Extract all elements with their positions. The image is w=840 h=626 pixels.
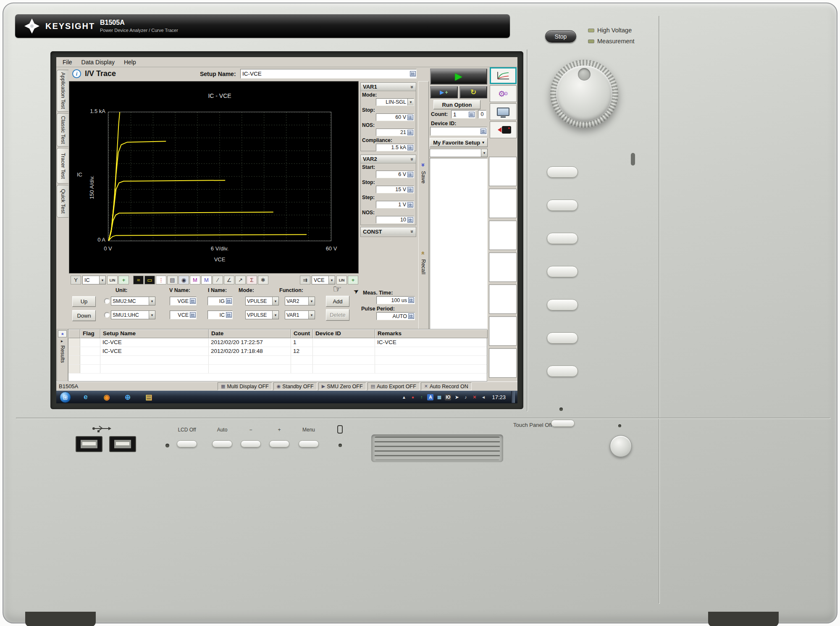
mode-select-row1[interactable]: VPULSE▾ bbox=[245, 297, 279, 305]
dropdown-arrow-icon[interactable]: ▾ bbox=[308, 297, 315, 305]
tray-icon-3[interactable]: ↑ bbox=[418, 394, 425, 400]
softkey-label-6[interactable] bbox=[489, 316, 517, 346]
front-button-auto[interactable] bbox=[212, 440, 232, 447]
dropdown-arrow-icon[interactable]: ▾ bbox=[99, 276, 105, 284]
tray-icon-9[interactable]: ✕ bbox=[471, 394, 478, 400]
collapse-icon[interactable]: » bbox=[410, 230, 415, 233]
dropdown-arrow-icon[interactable]: ▾ bbox=[308, 311, 315, 319]
menu-item-file[interactable]: File bbox=[58, 58, 77, 67]
append-run-button[interactable]: ▶+ bbox=[430, 86, 458, 98]
tab-classic-test[interactable]: Classic Test bbox=[57, 113, 68, 147]
front-button-3[interactable] bbox=[241, 440, 261, 447]
mode-select-row2[interactable]: VPULSE▾ bbox=[245, 310, 279, 319]
menu-item-data-display[interactable]: Data Display bbox=[77, 58, 119, 67]
row-selector[interactable] bbox=[68, 338, 80, 347]
softkey-button-1[interactable] bbox=[547, 166, 578, 178]
power-button[interactable] bbox=[610, 435, 632, 457]
media-player-icon[interactable]: ◉ bbox=[102, 393, 112, 402]
row-selector[interactable] bbox=[68, 356, 80, 364]
v-name-field-row2[interactable]: VCE bbox=[170, 310, 197, 319]
softkey-label-1[interactable] bbox=[489, 157, 517, 186]
column-header-remarks[interactable]: Remarks bbox=[375, 329, 488, 338]
usb-port-2[interactable] bbox=[109, 436, 136, 452]
keypad-icon[interactable] bbox=[408, 313, 414, 319]
axis-x-setup-icon[interactable]: ⇉ bbox=[300, 276, 310, 284]
keypad-icon[interactable] bbox=[226, 312, 232, 318]
keypad-icon[interactable] bbox=[408, 297, 414, 303]
dropdown-arrow-icon[interactable]: ▾ bbox=[149, 297, 155, 305]
table-row[interactable]: IC-VCE2012/02/20 17:18:4812 bbox=[68, 347, 487, 356]
plot-area[interactable] bbox=[108, 112, 331, 241]
softkey-label-5[interactable] bbox=[489, 284, 517, 314]
count-input[interactable] bbox=[452, 111, 469, 118]
softkey-button-7[interactable] bbox=[547, 366, 578, 377]
collapse-icon[interactable]: » bbox=[410, 85, 415, 88]
tray-icon-7[interactable]: ➤ bbox=[454, 394, 460, 400]
up-button[interactable]: Up bbox=[72, 296, 96, 307]
var1-stop-field[interactable]: 60 V bbox=[376, 113, 414, 121]
add-button[interactable]: Add bbox=[326, 296, 349, 307]
row-selector[interactable] bbox=[68, 365, 80, 373]
touch-panel-button[interactable] bbox=[551, 420, 575, 427]
device-id-input[interactable] bbox=[430, 128, 480, 134]
v-name-field-row1[interactable]: VGE bbox=[170, 297, 197, 305]
var2-step-field[interactable]: 1 V bbox=[376, 201, 414, 208]
y-channel-select[interactable]: IC▾ bbox=[82, 276, 106, 284]
front-button-4[interactable] bbox=[269, 440, 289, 447]
softkey-label-3[interactable] bbox=[489, 221, 517, 250]
tangent-line-icon[interactable]: ∠ bbox=[224, 276, 234, 284]
var1-compliance-field[interactable]: 1.5 kA bbox=[376, 144, 414, 151]
var1-nos-field[interactable]: 21 bbox=[376, 129, 414, 136]
stop-button[interactable]: Stop bbox=[545, 30, 576, 42]
tab-tracer-test[interactable]: Tracer Test bbox=[57, 148, 68, 184]
add-y-axis-icon[interactable]: + bbox=[118, 276, 129, 284]
front-button-menu[interactable] bbox=[299, 440, 319, 447]
row-selector[interactable] bbox=[68, 347, 80, 355]
i-name-field-row1[interactable]: IG bbox=[207, 297, 233, 305]
frame-capture-icon[interactable]: ▤ bbox=[167, 276, 178, 284]
single-run-button[interactable]: ▶ bbox=[430, 68, 487, 84]
softkey-button-3[interactable] bbox=[547, 233, 578, 244]
row1-radio[interactable] bbox=[104, 298, 110, 304]
var1-mode-select[interactable]: LIN-SGL▾ bbox=[376, 98, 414, 106]
usb-port-1[interactable] bbox=[76, 436, 102, 452]
keypad-icon[interactable] bbox=[226, 298, 232, 304]
dropdown-arrow-icon[interactable]: ▾ bbox=[407, 99, 414, 105]
softkey-label-4[interactable] bbox=[489, 253, 517, 282]
keypad-icon[interactable] bbox=[469, 112, 475, 117]
menu-item-help[interactable]: Help bbox=[119, 58, 141, 67]
recall-button[interactable]: « Recall bbox=[419, 250, 428, 274]
marker-b-icon[interactable]: M bbox=[201, 276, 212, 284]
dropdown-arrow-icon[interactable]: ▾ bbox=[272, 311, 278, 319]
tab-quick-test[interactable]: Quick Test bbox=[57, 185, 68, 218]
row2-radio[interactable] bbox=[104, 312, 110, 318]
regression-line-icon[interactable]: ↗ bbox=[235, 276, 246, 284]
keypad-icon[interactable] bbox=[407, 115, 413, 120]
table-row[interactable]: IC-VCE2012/02/20 17:22:571IC-VCE bbox=[68, 338, 487, 347]
column-header-flag[interactable]: Flag bbox=[80, 329, 100, 338]
var2-nos-field[interactable]: 10 bbox=[376, 216, 414, 224]
unit-select-row2[interactable]: SMU1:UHC▾ bbox=[111, 310, 155, 319]
tray-icon-6[interactable]: IO bbox=[445, 394, 451, 400]
table-row[interactable] bbox=[68, 356, 487, 365]
pulse-period-field[interactable]: AUTO bbox=[376, 312, 415, 320]
unit-select-row1[interactable]: SMU2:MC▾ bbox=[111, 297, 155, 305]
door-latch[interactable] bbox=[631, 153, 635, 166]
delete-button[interactable]: Delete bbox=[326, 309, 349, 321]
network-globe-icon[interactable]: ⊕ bbox=[123, 393, 133, 402]
column-header-date[interactable]: Date bbox=[209, 329, 291, 338]
save-button[interactable]: » Save bbox=[419, 161, 428, 184]
keypad-icon[interactable] bbox=[190, 312, 196, 318]
tray-icon-8[interactable]: ♪ bbox=[462, 394, 469, 400]
area-icon[interactable]: Σ bbox=[247, 276, 257, 284]
expand-results-icon[interactable]: » bbox=[58, 330, 67, 337]
trace-display-icon[interactable]: ≈ bbox=[133, 276, 144, 284]
keypad-icon[interactable] bbox=[407, 145, 413, 150]
device-id-field[interactable] bbox=[430, 127, 487, 136]
keypad-icon[interactable] bbox=[407, 202, 413, 208]
color-set-icon[interactable]: ⋮ bbox=[156, 276, 166, 284]
down-button[interactable]: Down bbox=[72, 310, 96, 321]
collapse-icon[interactable]: » bbox=[410, 158, 415, 160]
softkey-button-5[interactable] bbox=[547, 299, 578, 310]
axis-y-setup-icon[interactable]: Y bbox=[71, 276, 81, 284]
